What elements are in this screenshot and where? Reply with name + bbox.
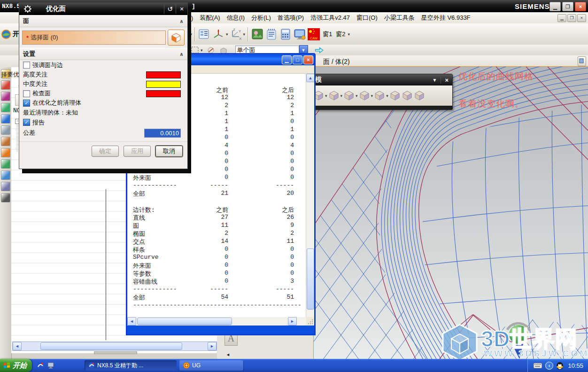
dialog-titlebar[interactable]: 优化面 ↺ × — [19, 3, 187, 15]
ok-button[interactable]: 确定 — [92, 146, 119, 157]
window-2-button[interactable]: 窗2 — [334, 29, 347, 39]
taskbar-task-ug[interactable]: UG — [179, 360, 243, 371]
chevron-down-icon[interactable]: ▾ — [356, 93, 358, 98]
inspect-row[interactable]: 检查面 — [19, 89, 187, 98]
scroll-right-icon[interactable]: ► — [208, 342, 217, 350]
child-restore-button[interactable]: ❐ — [567, 14, 576, 22]
minimize-button[interactable]: ▁ — [549, 2, 561, 11]
info-maximize-icon[interactable]: □ — [293, 55, 302, 64]
chevron-down-icon[interactable]: ▾ — [226, 32, 228, 37]
sync-feature-icon[interactable] — [401, 90, 413, 102]
resource-tab-icon[interactable] — [1, 92, 10, 101]
sync-toolbar-titlebar[interactable]: 模 ▼ × — [310, 74, 452, 85]
child-minimize-button[interactable]: ▁ — [557, 14, 566, 22]
status-bar-button[interactable] — [578, 56, 586, 66]
sync-feature-icon[interactable] — [328, 90, 340, 102]
notepad-icon[interactable] — [265, 27, 278, 41]
navigator-hscrollbar[interactable]: ◄ ► — [12, 341, 217, 351]
window-1-button[interactable]: 窗1 — [321, 29, 334, 39]
chevron-down-icon[interactable]: ▾ — [190, 32, 193, 37]
checkbox-checked-icon[interactable]: ✓ — [23, 100, 30, 107]
checkbox-unchecked-icon[interactable] — [23, 90, 30, 97]
resource-tab-icon[interactable] — [1, 159, 10, 169]
inspect-color-swatch[interactable] — [146, 90, 181, 97]
scrollbar-thumb[interactable] — [307, 248, 314, 310]
csys-display-icon[interactable]: YZX — [229, 27, 242, 41]
sync-feature-icon[interactable] — [343, 90, 355, 102]
sync-feature-icon[interactable] — [358, 90, 371, 102]
apply-button[interactable]: 应用 — [124, 146, 151, 157]
chevron-down-icon[interactable]: ▾ — [371, 93, 373, 98]
menu-item[interactable]: 窗口(O) — [353, 12, 381, 23]
monitor-icon[interactable] — [293, 27, 306, 41]
scrollbar-thumb[interactable] — [137, 318, 232, 325]
collapse-icon[interactable]: ∧ — [179, 18, 184, 24]
toolbar-close-icon[interactable]: × — [441, 77, 452, 84]
pane-splitter-handle[interactable] — [94, 351, 137, 354]
toolbar-options-icon[interactable]: ▼ — [429, 78, 441, 83]
taskbar-task-nx[interactable]: NX8.5 业精于勤 ... — [85, 360, 177, 371]
info-minimize-icon[interactable]: ▁ — [282, 55, 292, 64]
info-vscrollbar[interactable]: ▲ ▼ — [306, 74, 314, 326]
select-face-field[interactable]: * 选择面 (0) — [22, 31, 166, 45]
dialog-close-icon[interactable]: × — [176, 4, 187, 14]
scroll-right-icon[interactable]: ► — [288, 317, 297, 326]
child-close-button[interactable]: × — [577, 14, 586, 22]
menu-item[interactable]: 装配(A) — [196, 12, 223, 23]
chevron-down-icon[interactable]: ▾ — [201, 48, 203, 53]
chevron-down-icon[interactable]: ▾ — [325, 93, 327, 98]
chevron-down-icon[interactable]: ▾ — [386, 93, 388, 98]
layer-settings-icon[interactable] — [198, 27, 211, 41]
high-focus-color-swatch[interactable] — [146, 71, 181, 78]
wcs-orient-icon[interactable] — [212, 27, 225, 41]
mid-focus-color-swatch[interactable] — [146, 81, 181, 88]
scroll-left-icon[interactable]: ◄ — [13, 342, 22, 350]
dialog-reset-icon[interactable]: ↺ — [164, 4, 176, 14]
menu-item[interactable]: 小梁工具条 — [381, 12, 418, 23]
restore-button[interactable]: ❐ — [562, 2, 573, 11]
cam-flag-icon[interactable]: CAM — [307, 27, 320, 41]
quicklaunch-nx-icon[interactable] — [37, 362, 44, 369]
image-viewer-icon[interactable] — [251, 27, 264, 41]
section-face[interactable]: 面 ∧ — [19, 15, 187, 27]
scrollbar-thumb[interactable] — [40, 342, 182, 350]
keyboard-tray-icon[interactable] — [534, 363, 542, 369]
checkbox-checked-icon[interactable]: ✓ — [23, 119, 30, 126]
info-hscrollbar[interactable]: ◄ ► — [127, 317, 306, 326]
scroll-left-icon[interactable]: ◄ — [127, 317, 136, 326]
section-settings[interactable]: 设置 ∧ — [19, 48, 187, 60]
close-button[interactable]: × — [575, 2, 586, 11]
menu-item[interactable]: 首选项(P) — [274, 12, 307, 23]
checkbox-unchecked-icon[interactable] — [23, 62, 30, 69]
menu-item[interactable]: 浩强工具v2.47 — [307, 12, 353, 23]
chevron-down-icon[interactable]: ▾ — [340, 93, 343, 98]
resource-tab-icon[interactable] — [1, 137, 10, 146]
language-bar-icon[interactable]: ‹ — [545, 362, 553, 370]
sync-feature-icon[interactable] — [373, 90, 386, 102]
cancel-button[interactable]: 取消 — [155, 146, 183, 157]
emphasize-row[interactable]: 强调面与边 — [19, 60, 187, 70]
resource-tab-icon[interactable] — [1, 114, 10, 124]
resize-grip[interactable] — [306, 317, 314, 326]
chevron-down-icon[interactable]: ▾ — [243, 32, 246, 37]
forward-arrow-icon[interactable] — [314, 46, 325, 54]
calculator-icon[interactable] — [279, 27, 292, 41]
sync-feature-icon[interactable] — [413, 90, 426, 102]
resource-tab-icon[interactable] — [1, 80, 10, 90]
menu-item[interactable]: 星空外挂 V6.933F — [418, 12, 474, 23]
sync-feature-icon[interactable] — [389, 90, 401, 102]
dock-arrow-icon[interactable]: ◄ — [226, 352, 230, 357]
graphics-viewport[interactable]: 优化后的曲线网格 看着没变化啊。 3D世界网 WWW.3DSJW.COM — [313, 66, 588, 360]
tolerance-input[interactable]: 0.0010 — [144, 129, 181, 138]
face-select-button[interactable] — [168, 30, 185, 46]
start-button[interactable]: 开始 — [0, 359, 32, 372]
resource-tab-icon[interactable] — [1, 193, 10, 202]
resource-tab-icon[interactable] — [1, 182, 10, 191]
report-row[interactable]: ✓ 报告 — [19, 117, 187, 127]
info-close-icon[interactable]: × — [303, 55, 313, 64]
qq-tray-icon[interactable] — [556, 362, 564, 370]
cleanup-row[interactable]: ✓ 在优化之前清理体 — [19, 98, 187, 108]
collapse-icon[interactable]: ∧ — [179, 51, 184, 57]
resource-tab-icon[interactable] — [1, 148, 10, 157]
quicklaunch-desktop-icon[interactable] — [47, 362, 54, 369]
